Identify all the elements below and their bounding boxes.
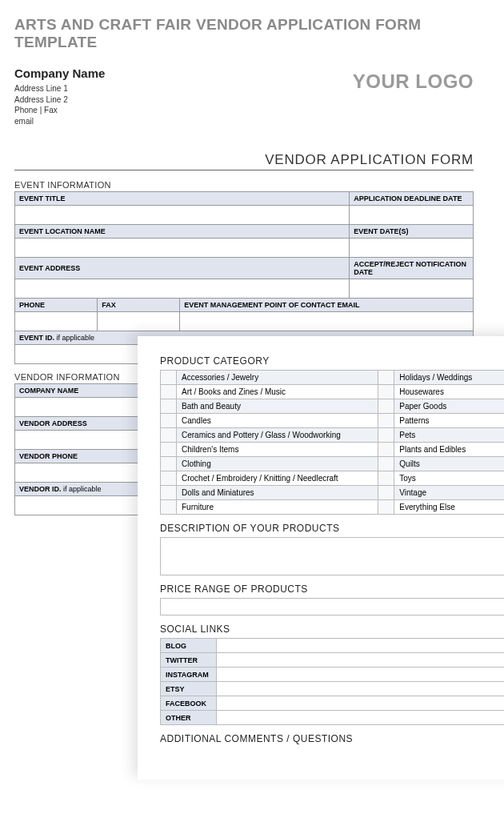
category-name: Ceramics and Pottery / Glass / Woodworki… (177, 428, 378, 443)
template-title: ARTS AND CRAFT FAIR VENDOR APPLICATION F… (14, 16, 474, 51)
category-name: Art / Books and Zines / Music (177, 385, 378, 399)
category-name: Accessories / Jewelry (177, 371, 378, 385)
category-name: Candles (177, 414, 378, 428)
field-deadline: APPLICATION DEADLINE DATE (350, 192, 474, 206)
category-checkbox[interactable] (161, 457, 177, 471)
category-name: Toys (394, 471, 504, 486)
social-label: OTHER (161, 711, 217, 725)
company-addr1: Address Line 1 (14, 83, 105, 94)
section-price-range: PRICE RANGE OF PRODUCTS (160, 583, 504, 595)
input-dates[interactable] (350, 239, 474, 258)
category-checkbox[interactable] (161, 500, 177, 515)
field-contact-email: EVENT MANAGEMENT POINT OF CONTACT EMAIL (180, 299, 474, 312)
category-row: Accessories / JewelryHolidays / Weddings (161, 371, 505, 385)
social-input[interactable] (217, 639, 505, 653)
field-phone: PHONE (15, 299, 98, 312)
category-row: Bath and BeautyPaper Goods (161, 399, 505, 414)
field-notify: ACCEPT/REJECT NOTIFICATION DATE (350, 258, 474, 279)
section-description: DESCRIPTION OF YOUR PRODUCTS (160, 523, 504, 534)
category-checkbox[interactable] (378, 457, 394, 471)
social-input[interactable] (217, 711, 505, 725)
social-label: FACEBOOK (161, 696, 217, 711)
category-checkbox[interactable] (378, 443, 394, 457)
category-name: Holidays / Weddings (394, 371, 504, 385)
social-row: FACEBOOK (161, 696, 505, 711)
category-checkbox[interactable] (161, 399, 177, 414)
category-checkbox[interactable] (378, 486, 394, 500)
input-notify[interactable] (350, 279, 474, 299)
category-name: Everything Else (394, 500, 504, 515)
category-checkbox[interactable] (378, 385, 394, 399)
category-name: Dolls and Miniatures (177, 486, 378, 500)
category-row: CandlesPatterns (161, 414, 505, 428)
section-social-links: SOCIAL LINKS (160, 624, 504, 635)
social-input[interactable] (217, 653, 505, 668)
company-addr2: Address Line 2 (14, 94, 105, 106)
category-checkbox[interactable] (378, 428, 394, 443)
input-contact-email[interactable] (180, 312, 474, 331)
field-fax: FAX (98, 299, 180, 312)
form-title: VENDOR APPLICATION FORM (14, 152, 474, 170)
category-row: Art / Books and Zines / MusicHousewares (161, 385, 505, 399)
category-checkbox[interactable] (378, 371, 394, 385)
field-event-address: EVENT ADDRESS (15, 258, 350, 279)
logo-placeholder: YOUR LOGO (353, 70, 474, 93)
input-fax[interactable] (98, 312, 180, 331)
input-deadline[interactable] (350, 206, 474, 225)
category-row: Crochet / Embroidery / Knitting / Needle… (161, 471, 505, 486)
category-checkbox[interactable] (378, 500, 394, 515)
foreground-page: PRODUCT CATEGORY Accessories / JewelryHo… (138, 336, 504, 780)
field-dates: EVENT DATE(S) (350, 225, 474, 239)
category-name: Quilts (394, 457, 504, 471)
input-event-title[interactable] (15, 206, 350, 225)
category-checkbox[interactable] (161, 371, 177, 385)
section-event-info: EVENT INFORMATION (14, 180, 474, 190)
social-label: ETSY (161, 682, 217, 696)
social-row: OTHER (161, 711, 505, 725)
category-name: Pets (394, 428, 504, 443)
input-event-address[interactable] (15, 279, 350, 299)
input-location[interactable] (15, 239, 350, 258)
category-name: Patterns (394, 414, 504, 428)
category-checkbox[interactable] (378, 399, 394, 414)
company-email: email (14, 116, 105, 127)
social-row: TWITTER (161, 653, 505, 668)
category-name: Bath and Beauty (177, 399, 378, 414)
header: Company Name Address Line 1 Address Line… (14, 66, 474, 126)
social-label: BLOG (161, 639, 217, 653)
social-input[interactable] (217, 682, 505, 696)
social-input[interactable] (217, 668, 505, 682)
input-price-range[interactable] (160, 598, 504, 615)
category-name: Crochet / Embroidery / Knitting / Needle… (177, 471, 378, 486)
section-comments: ADDITIONAL COMMENTS / QUESTIONS (160, 733, 504, 744)
social-label: TWITTER (161, 653, 217, 668)
input-phone[interactable] (15, 312, 98, 331)
category-checkbox[interactable] (161, 385, 177, 399)
social-row: ETSY (161, 682, 505, 696)
category-checkbox[interactable] (161, 471, 177, 486)
category-checkbox[interactable] (161, 428, 177, 443)
category-name: Children's Items (177, 443, 378, 457)
product-category-table: Accessories / JewelryHolidays / Weddings… (160, 370, 504, 515)
company-phone-fax: Phone | Fax (14, 105, 105, 116)
social-row: BLOG (161, 639, 505, 653)
social-links-table: BLOGTWITTERINSTAGRAMETSYFACEBOOKOTHER (160, 638, 504, 725)
social-label: INSTAGRAM (161, 668, 217, 682)
category-checkbox[interactable] (161, 443, 177, 457)
social-input[interactable] (217, 696, 505, 711)
company-name: Company Name (14, 66, 105, 82)
social-row: INSTAGRAM (161, 668, 505, 682)
category-checkbox[interactable] (378, 471, 394, 486)
field-location: EVENT LOCATION NAME (15, 225, 350, 239)
category-name: Plants and Edibles (394, 443, 504, 457)
company-info: Company Name Address Line 1 Address Line… (14, 66, 105, 126)
field-event-title: EVENT TITLE (15, 192, 350, 206)
category-checkbox[interactable] (161, 414, 177, 428)
category-name: Housewares (394, 385, 504, 399)
category-checkbox[interactable] (161, 486, 177, 500)
category-checkbox[interactable] (378, 414, 394, 428)
category-row: ClothingQuilts (161, 457, 505, 471)
category-row: Ceramics and Pottery / Glass / Woodworki… (161, 428, 505, 443)
input-description[interactable] (160, 537, 504, 575)
category-row: FurnitureEverything Else (161, 500, 505, 515)
